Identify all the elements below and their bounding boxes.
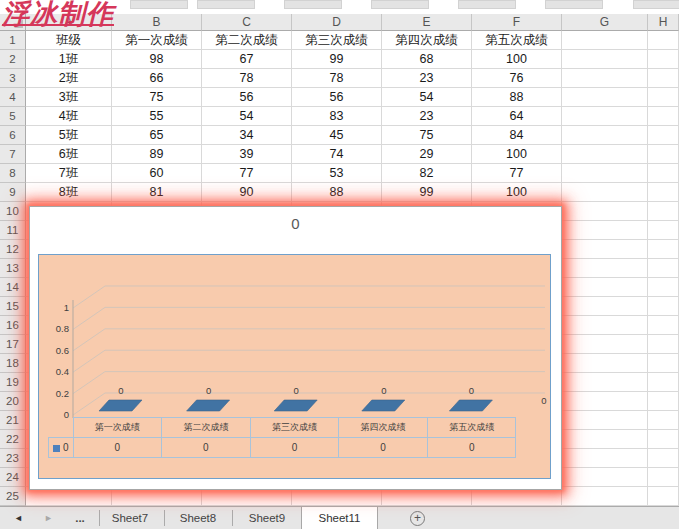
cell-H17[interactable] bbox=[648, 335, 679, 354]
cell-A4[interactable]: 3班 bbox=[26, 88, 112, 107]
cell-H13[interactable] bbox=[648, 259, 679, 278]
cell-C5[interactable]: 54 bbox=[202, 107, 292, 126]
cell-F1[interactable]: 第五次成绩 bbox=[472, 31, 562, 50]
cell-H7[interactable] bbox=[648, 145, 679, 164]
tab-sheet9[interactable]: Sheet9 bbox=[234, 507, 300, 529]
cell-D7[interactable]: 74 bbox=[292, 145, 382, 164]
cell-E7[interactable]: 29 bbox=[382, 145, 472, 164]
tab-sheet7[interactable]: Sheet7 bbox=[97, 507, 163, 529]
column-header-E[interactable]: E bbox=[382, 14, 472, 31]
cell-G11[interactable] bbox=[562, 221, 648, 240]
cell-D3[interactable]: 78 bbox=[292, 69, 382, 88]
cell-G23[interactable] bbox=[562, 449, 648, 468]
cell-F5[interactable]: 64 bbox=[472, 107, 562, 126]
cell-E4[interactable]: 54 bbox=[382, 88, 472, 107]
row-header-23[interactable]: 23 bbox=[0, 449, 26, 468]
cell-B9[interactable]: 81 bbox=[112, 183, 202, 202]
add-sheet-button[interactable]: + bbox=[410, 511, 425, 526]
row-header-2[interactable]: 2 bbox=[0, 50, 26, 69]
row-header-18[interactable]: 18 bbox=[0, 354, 26, 373]
cell-G15[interactable] bbox=[562, 297, 648, 316]
tab-sheet11-active[interactable]: Sheet11 bbox=[301, 507, 378, 529]
column-header-G[interactable]: G bbox=[562, 14, 648, 31]
tab-scroll-back-icon[interactable]: ◄ bbox=[14, 507, 23, 529]
cell-E1[interactable]: 第四次成绩 bbox=[382, 31, 472, 50]
cell-B8[interactable]: 60 bbox=[112, 164, 202, 183]
cell-G13[interactable] bbox=[562, 259, 648, 278]
cell-A1[interactable]: 班级 bbox=[26, 31, 112, 50]
cell-C4[interactable]: 56 bbox=[202, 88, 292, 107]
cell-H21[interactable] bbox=[648, 411, 679, 430]
cell-G14[interactable] bbox=[562, 278, 648, 297]
row-header-9[interactable]: 9 bbox=[0, 183, 26, 202]
cell-H15[interactable] bbox=[648, 297, 679, 316]
cell-H22[interactable] bbox=[648, 430, 679, 449]
cell-H8[interactable] bbox=[648, 164, 679, 183]
cell-C6[interactable]: 34 bbox=[202, 126, 292, 145]
cell-G19[interactable] bbox=[562, 373, 648, 392]
cell-F7[interactable]: 100 bbox=[472, 145, 562, 164]
cell-B4[interactable]: 75 bbox=[112, 88, 202, 107]
cell-G7[interactable] bbox=[562, 145, 648, 164]
cell-H19[interactable] bbox=[648, 373, 679, 392]
cell-G5[interactable] bbox=[562, 107, 648, 126]
cell-F9[interactable]: 100 bbox=[472, 183, 562, 202]
cell-B5[interactable]: 55 bbox=[112, 107, 202, 126]
cell-G25[interactable] bbox=[562, 487, 648, 506]
row-header-14[interactable]: 14 bbox=[0, 278, 26, 297]
cell-H10[interactable] bbox=[648, 202, 679, 221]
row-header-3[interactable]: 3 bbox=[0, 69, 26, 88]
cell-E6[interactable]: 75 bbox=[382, 126, 472, 145]
cell-G20[interactable] bbox=[562, 392, 648, 411]
cell-G2[interactable] bbox=[562, 50, 648, 69]
cell-H3[interactable] bbox=[648, 69, 679, 88]
cell-H4[interactable] bbox=[648, 88, 679, 107]
cell-D9[interactable]: 88 bbox=[292, 183, 382, 202]
cell-E3[interactable]: 23 bbox=[382, 69, 472, 88]
cell-C3[interactable]: 78 bbox=[202, 69, 292, 88]
row-header-15[interactable]: 15 bbox=[0, 297, 26, 316]
cell-G6[interactable] bbox=[562, 126, 648, 145]
cell-H9[interactable] bbox=[648, 183, 679, 202]
row-header-13[interactable]: 13 bbox=[0, 259, 26, 278]
column-header-H[interactable]: H bbox=[648, 14, 679, 31]
row-header-7[interactable]: 7 bbox=[0, 145, 26, 164]
cell-H6[interactable] bbox=[648, 126, 679, 145]
cell-H24[interactable] bbox=[648, 468, 679, 487]
cell-F6[interactable]: 84 bbox=[472, 126, 562, 145]
cell-C8[interactable]: 77 bbox=[202, 164, 292, 183]
cell-H18[interactable] bbox=[648, 354, 679, 373]
chart-data-table[interactable]: 第一次成绩第二次成绩第三次成绩第四次成绩第五次成绩 0 00000 bbox=[48, 417, 516, 458]
cell-H1[interactable] bbox=[648, 31, 679, 50]
cell-C1[interactable]: 第二次成绩 bbox=[202, 31, 292, 50]
row-header-5[interactable]: 5 bbox=[0, 107, 26, 126]
column-header-B[interactable]: B bbox=[112, 14, 202, 31]
cell-G1[interactable] bbox=[562, 31, 648, 50]
cell-A7[interactable]: 6班 bbox=[26, 145, 112, 164]
tab-scroll-forward-icon[interactable]: ► bbox=[44, 507, 53, 529]
chart-plot-area[interactable]: 10.80.60.40.20 00000 0 第一次成绩第二次成绩第三次成绩第四… bbox=[38, 254, 551, 479]
cell-H12[interactable] bbox=[648, 240, 679, 259]
cell-G21[interactable] bbox=[562, 411, 648, 430]
cell-B2[interactable]: 98 bbox=[112, 50, 202, 69]
cell-F8[interactable]: 77 bbox=[472, 164, 562, 183]
column-header-C[interactable]: C bbox=[202, 14, 292, 31]
cell-B3[interactable]: 66 bbox=[112, 69, 202, 88]
cell-D1[interactable]: 第三次成绩 bbox=[292, 31, 382, 50]
cell-H14[interactable] bbox=[648, 278, 679, 297]
row-header-19[interactable]: 19 bbox=[0, 373, 26, 392]
cell-A9[interactable]: 8班 bbox=[26, 183, 112, 202]
row-header-22[interactable]: 22 bbox=[0, 430, 26, 449]
cell-H23[interactable] bbox=[648, 449, 679, 468]
tab-sheet8[interactable]: Sheet8 bbox=[165, 507, 231, 529]
cell-B6[interactable]: 65 bbox=[112, 126, 202, 145]
column-header-D[interactable]: D bbox=[292, 14, 382, 31]
cell-G9[interactable] bbox=[562, 183, 648, 202]
cell-D8[interactable]: 53 bbox=[292, 164, 382, 183]
cell-B1[interactable]: 第一次成绩 bbox=[112, 31, 202, 50]
cell-H16[interactable] bbox=[648, 316, 679, 335]
cell-C7[interactable]: 39 bbox=[202, 145, 292, 164]
chart-title[interactable]: 0 bbox=[30, 215, 561, 232]
cell-F4[interactable]: 88 bbox=[472, 88, 562, 107]
cell-D4[interactable]: 56 bbox=[292, 88, 382, 107]
